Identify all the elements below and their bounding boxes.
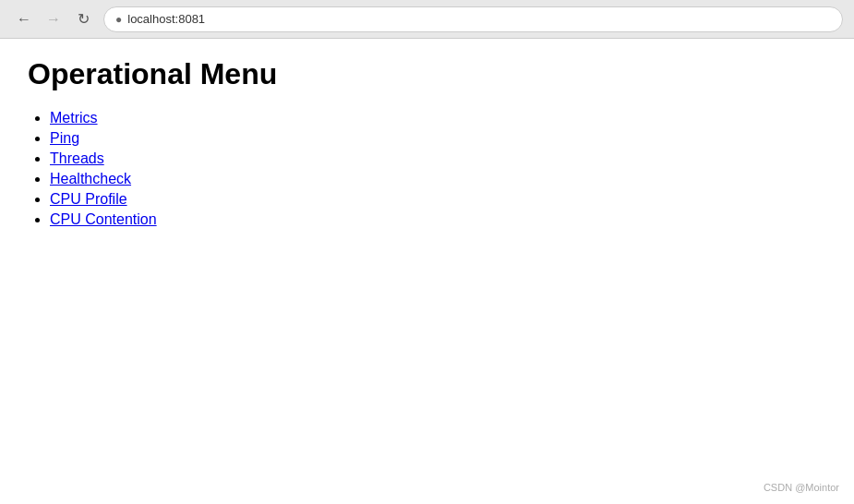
page-title: Operational Menu <box>28 57 826 91</box>
list-item: Healthcheck <box>50 171 826 187</box>
menu-link[interactable]: CPU Profile <box>50 191 127 207</box>
menu-link[interactable]: Metrics <box>50 110 98 126</box>
list-item: Threads <box>50 150 826 167</box>
reload-button[interactable]: ↻ <box>70 6 96 32</box>
url-text: localhost:8081 <box>127 12 205 26</box>
menu-link[interactable]: CPU Contention <box>50 211 157 227</box>
watermark: CSDN @Mointor <box>764 482 839 493</box>
lock-icon: ● <box>115 13 122 26</box>
list-item: Ping <box>50 130 826 147</box>
back-button[interactable]: ← <box>11 6 37 32</box>
menu-link[interactable]: Ping <box>50 130 79 146</box>
list-item: CPU Contention <box>50 211 826 228</box>
menu-list: MetricsPingThreadsHealthcheckCPU Profile… <box>28 110 826 228</box>
menu-link[interactable]: Healthcheck <box>50 171 131 186</box>
browser-chrome: ← → ↻ ● localhost:8081 <box>0 0 854 39</box>
page-content: Operational Menu MetricsPingThreadsHealt… <box>0 39 854 504</box>
list-item: CPU Profile <box>50 191 826 208</box>
nav-buttons: ← → ↻ <box>11 6 96 32</box>
address-bar[interactable]: ● localhost:8081 <box>103 6 843 32</box>
list-item: Metrics <box>50 110 826 126</box>
menu-link[interactable]: Threads <box>50 150 104 166</box>
forward-button[interactable]: → <box>41 6 66 32</box>
